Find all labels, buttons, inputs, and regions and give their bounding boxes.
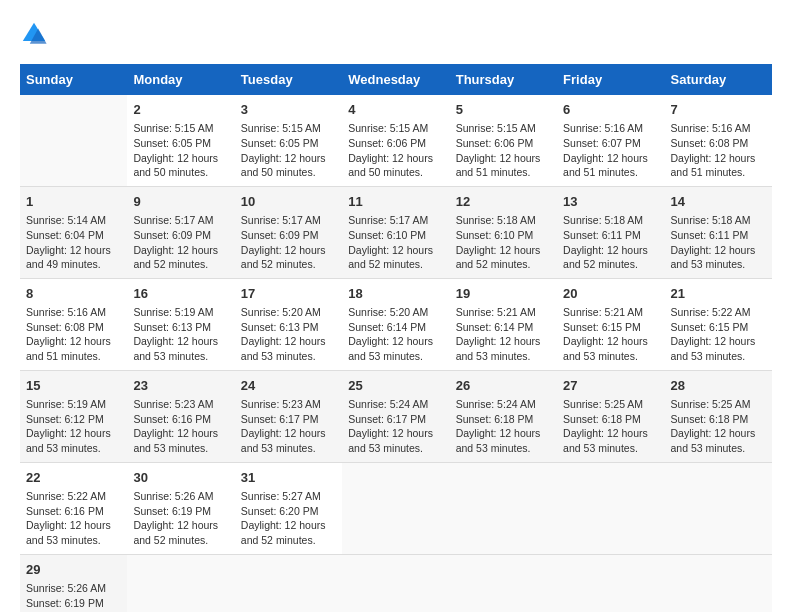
day-content: Sunset: 6:10 PM bbox=[348, 228, 443, 243]
day-content: and 52 minutes. bbox=[456, 257, 551, 272]
day-content: Sunrise: 5:27 AM bbox=[241, 489, 336, 504]
day-content: Daylight: 12 hours bbox=[26, 518, 121, 533]
day-content: Sunset: 6:14 PM bbox=[456, 320, 551, 335]
day-number: 16 bbox=[133, 285, 228, 303]
day-content: Sunrise: 5:22 AM bbox=[26, 489, 121, 504]
day-number: 28 bbox=[671, 377, 766, 395]
day-content: Daylight: 12 hours bbox=[348, 426, 443, 441]
calendar-week-row: 22Sunrise: 5:22 AMSunset: 6:16 PMDayligh… bbox=[20, 462, 772, 554]
day-content: and 53 minutes. bbox=[26, 441, 121, 456]
day-content: Sunset: 6:16 PM bbox=[133, 412, 228, 427]
calendar-cell bbox=[127, 554, 234, 612]
calendar-week-row: 15Sunrise: 5:19 AMSunset: 6:12 PMDayligh… bbox=[20, 370, 772, 462]
day-content: Sunrise: 5:25 AM bbox=[671, 397, 766, 412]
calendar-cell bbox=[450, 554, 557, 612]
day-content: and 49 minutes. bbox=[26, 257, 121, 272]
day-content: Sunrise: 5:18 AM bbox=[671, 213, 766, 228]
day-number: 1 bbox=[26, 193, 121, 211]
day-number: 10 bbox=[241, 193, 336, 211]
day-content: Daylight: 12 hours bbox=[671, 243, 766, 258]
day-content: Sunset: 6:19 PM bbox=[26, 596, 121, 611]
day-content: Sunrise: 5:20 AM bbox=[241, 305, 336, 320]
logo-icon bbox=[20, 20, 48, 48]
day-content: Sunrise: 5:14 AM bbox=[26, 213, 121, 228]
day-content: Sunrise: 5:15 AM bbox=[348, 121, 443, 136]
day-content: Sunrise: 5:16 AM bbox=[563, 121, 658, 136]
day-number: 15 bbox=[26, 377, 121, 395]
day-content: Sunset: 6:12 PM bbox=[26, 412, 121, 427]
day-content: Sunset: 6:11 PM bbox=[671, 228, 766, 243]
day-content: and 53 minutes. bbox=[133, 349, 228, 364]
day-content: Sunrise: 5:24 AM bbox=[348, 397, 443, 412]
day-content: Sunrise: 5:16 AM bbox=[26, 305, 121, 320]
day-number: 5 bbox=[456, 101, 551, 119]
day-content: Sunrise: 5:19 AM bbox=[26, 397, 121, 412]
day-content: and 52 minutes. bbox=[348, 257, 443, 272]
day-number: 31 bbox=[241, 469, 336, 487]
day-content: Sunrise: 5:15 AM bbox=[133, 121, 228, 136]
day-content: and 53 minutes. bbox=[241, 441, 336, 456]
day-content: Daylight: 12 hours bbox=[563, 243, 658, 258]
calendar-week-row: 29Sunrise: 5:26 AMSunset: 6:19 PMDayligh… bbox=[20, 554, 772, 612]
day-content: and 53 minutes. bbox=[456, 349, 551, 364]
calendar-cell: 4Sunrise: 5:15 AMSunset: 6:06 PMDaylight… bbox=[342, 95, 449, 186]
day-content: Sunrise: 5:22 AM bbox=[671, 305, 766, 320]
calendar-cell bbox=[557, 462, 664, 554]
calendar-cell: 6Sunrise: 5:16 AMSunset: 6:07 PMDaylight… bbox=[557, 95, 664, 186]
day-content: Sunrise: 5:25 AM bbox=[563, 397, 658, 412]
day-content: Sunset: 6:13 PM bbox=[133, 320, 228, 335]
day-number: 6 bbox=[563, 101, 658, 119]
calendar-cell bbox=[20, 95, 127, 186]
day-content: Daylight: 12 hours bbox=[133, 426, 228, 441]
day-content: Daylight: 12 hours bbox=[563, 426, 658, 441]
day-content: Sunset: 6:17 PM bbox=[348, 412, 443, 427]
calendar-table: SundayMondayTuesdayWednesdayThursdayFrid… bbox=[20, 64, 772, 612]
day-content: and 53 minutes. bbox=[671, 257, 766, 272]
day-content: Sunrise: 5:17 AM bbox=[133, 213, 228, 228]
day-content: Daylight: 12 hours bbox=[456, 151, 551, 166]
day-content: Sunset: 6:07 PM bbox=[563, 136, 658, 151]
day-content: Daylight: 12 hours bbox=[26, 334, 121, 349]
day-content: Sunset: 6:08 PM bbox=[26, 320, 121, 335]
day-content: Sunset: 6:06 PM bbox=[348, 136, 443, 151]
calendar-cell: 29Sunrise: 5:26 AMSunset: 6:19 PMDayligh… bbox=[20, 554, 127, 612]
day-content: and 53 minutes. bbox=[241, 349, 336, 364]
day-content: Sunset: 6:18 PM bbox=[671, 412, 766, 427]
calendar-cell: 19Sunrise: 5:21 AMSunset: 6:14 PMDayligh… bbox=[450, 278, 557, 370]
day-content: Daylight: 12 hours bbox=[133, 518, 228, 533]
day-content: Sunrise: 5:23 AM bbox=[133, 397, 228, 412]
day-content: Sunrise: 5:23 AM bbox=[241, 397, 336, 412]
day-content: Sunrise: 5:18 AM bbox=[456, 213, 551, 228]
day-content: Sunset: 6:18 PM bbox=[456, 412, 551, 427]
calendar-week-row: 2Sunrise: 5:15 AMSunset: 6:05 PMDaylight… bbox=[20, 95, 772, 186]
calendar-cell: 7Sunrise: 5:16 AMSunset: 6:08 PMDaylight… bbox=[665, 95, 772, 186]
day-number: 30 bbox=[133, 469, 228, 487]
day-content: Sunrise: 5:18 AM bbox=[563, 213, 658, 228]
day-number: 21 bbox=[671, 285, 766, 303]
day-content: and 53 minutes. bbox=[671, 349, 766, 364]
day-content: Daylight: 12 hours bbox=[563, 334, 658, 349]
calendar-cell: 25Sunrise: 5:24 AMSunset: 6:17 PMDayligh… bbox=[342, 370, 449, 462]
day-content: Daylight: 12 hours bbox=[671, 151, 766, 166]
day-content: and 53 minutes. bbox=[348, 349, 443, 364]
day-content: and 53 minutes. bbox=[563, 349, 658, 364]
day-content: Sunrise: 5:21 AM bbox=[456, 305, 551, 320]
day-content: Daylight: 12 hours bbox=[348, 151, 443, 166]
day-number: 13 bbox=[563, 193, 658, 211]
day-content: Sunset: 6:14 PM bbox=[348, 320, 443, 335]
day-content: and 51 minutes. bbox=[456, 165, 551, 180]
day-number: 9 bbox=[133, 193, 228, 211]
calendar-cell bbox=[342, 462, 449, 554]
calendar-cell: 15Sunrise: 5:19 AMSunset: 6:12 PMDayligh… bbox=[20, 370, 127, 462]
calendar-cell: 20Sunrise: 5:21 AMSunset: 6:15 PMDayligh… bbox=[557, 278, 664, 370]
day-content: Sunset: 6:04 PM bbox=[26, 228, 121, 243]
day-content: Sunrise: 5:21 AM bbox=[563, 305, 658, 320]
day-content: Sunrise: 5:15 AM bbox=[241, 121, 336, 136]
calendar-cell: 22Sunrise: 5:22 AMSunset: 6:16 PMDayligh… bbox=[20, 462, 127, 554]
day-content: Daylight: 12 hours bbox=[348, 243, 443, 258]
calendar-cell: 24Sunrise: 5:23 AMSunset: 6:17 PMDayligh… bbox=[235, 370, 342, 462]
day-content: Sunset: 6:06 PM bbox=[456, 136, 551, 151]
calendar-cell: 5Sunrise: 5:15 AMSunset: 6:06 PMDaylight… bbox=[450, 95, 557, 186]
day-number: 7 bbox=[671, 101, 766, 119]
day-content: and 50 minutes. bbox=[348, 165, 443, 180]
